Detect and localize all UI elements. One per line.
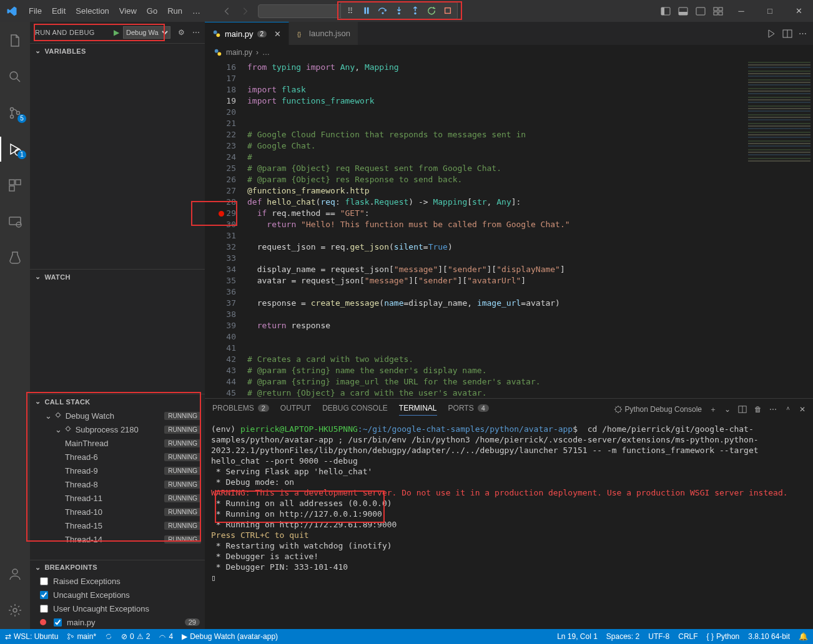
callstack-subprocess[interactable]: ⌄ Subprocess 2180RUNNING — [30, 422, 205, 436]
line-number[interactable]: 32 — [205, 242, 247, 253]
code-line[interactable]: # @param {string} image_url the URL for … — [247, 376, 744, 388]
code-line[interactable]: # — [247, 152, 744, 163]
more-icon[interactable]: ⋯ — [799, 29, 807, 38]
line-number[interactable]: 27 — [205, 185, 247, 197]
line-number[interactable]: 30 — [205, 219, 247, 230]
code-line[interactable]: avatar = request_json["message"]["sender… — [247, 275, 744, 286]
status-branch[interactable]: main* — [67, 632, 96, 641]
window-close[interactable]: ✕ — [788, 6, 809, 16]
code-line[interactable]: response = create_message(name=display_n… — [247, 298, 744, 309]
debug-pause-icon[interactable] — [360, 4, 373, 17]
panel-tab-terminal[interactable]: TERMINAL — [399, 404, 437, 416]
line-number[interactable]: 38 — [205, 309, 247, 320]
callstack-thread[interactable]: Thread-11RUNNING — [30, 491, 205, 505]
status-python[interactable]: 3.8.10 64-bit — [748, 632, 790, 641]
menu-run[interactable]: Run — [162, 4, 187, 18]
debug-config-select[interactable]: Debug Wa — [123, 26, 170, 39]
line-number[interactable]: 23 — [205, 140, 247, 152]
code-line[interactable] — [247, 230, 744, 242]
breadcrumb[interactable]: main.py › … — [205, 46, 813, 59]
code-line[interactable] — [247, 331, 744, 343]
code-line[interactable]: if req.method == "GET": — [247, 208, 744, 219]
line-number[interactable]: 17 — [205, 73, 247, 84]
callstack-thread[interactable]: Thread-6RUNNING — [30, 450, 205, 464]
code-line[interactable]: # Creates a card with two widgets. — [247, 354, 744, 365]
code-line[interactable]: def hello_chat(req: flask.Request) -> Ma… — [247, 197, 744, 208]
code-line[interactable]: import flask — [247, 84, 744, 95]
callstack-thread[interactable]: Thread-8RUNNING — [30, 477, 205, 491]
debug-stop-icon[interactable] — [441, 4, 455, 17]
code-line[interactable]: return "Hello! This function must be cal… — [247, 219, 744, 230]
line-number[interactable]: 44 — [205, 376, 247, 388]
code-line[interactable]: from typing import Any, Mapping — [247, 62, 744, 73]
status-sync[interactable] — [105, 633, 112, 640]
status-remote[interactable]: ⇄WSL: Ubuntu — [5, 632, 58, 641]
code-line[interactable] — [247, 107, 744, 118]
status-lang[interactable]: { }Python — [707, 632, 740, 641]
split-editor-icon[interactable] — [782, 29, 792, 39]
activity-scm[interactable]: 5 — [0, 100, 30, 125]
status-debug[interactable]: ▶Debug Watch (avatar-app) — [182, 632, 278, 641]
close-icon[interactable]: ✕ — [274, 29, 281, 39]
breakpoint-row[interactable]: Raised Exceptions — [30, 574, 205, 588]
breakpoint-row[interactable]: main.py29 — [30, 615, 205, 629]
activity-search[interactable] — [0, 64, 30, 89]
activity-run-debug[interactable]: 1 — [0, 137, 30, 162]
menu-go[interactable]: Go — [142, 4, 162, 18]
more-icon[interactable]: ⋯ — [192, 28, 200, 37]
window-minimize[interactable]: ─ — [731, 6, 752, 16]
debug-step-out-icon[interactable] — [408, 4, 422, 17]
activity-explorer[interactable] — [0, 28, 30, 53]
status-bell[interactable]: 🔔 — [799, 632, 808, 641]
layout-left-icon[interactable] — [661, 6, 671, 16]
panel-tab-output[interactable]: OUTPUT — [280, 404, 311, 415]
menu-edit[interactable]: Edit — [47, 4, 71, 18]
activity-testing[interactable] — [0, 245, 30, 270]
breakpoint-checkbox[interactable] — [40, 577, 48, 585]
window-maximize[interactable]: □ — [759, 6, 781, 16]
line-number[interactable]: 20 — [205, 107, 247, 118]
line-number[interactable]: 42 — [205, 354, 247, 365]
callstack-root[interactable]: ⌄ Debug WatchRUNNING — [30, 409, 205, 422]
line-number[interactable]: 40 — [205, 331, 247, 343]
line-number[interactable]: 45 — [205, 388, 247, 398]
debug-drag-handle-icon[interactable]: ⠿ — [343, 4, 357, 17]
panel-tab-debugconsole[interactable]: DEBUG CONSOLE — [322, 404, 388, 415]
section-watch-header[interactable]: ⌄WATCH — [30, 270, 205, 284]
code-line[interactable] — [247, 286, 744, 298]
breakpoint-row[interactable]: Uncaught Exceptions — [30, 588, 205, 602]
line-number[interactable]: 22 — [205, 129, 247, 140]
code-line[interactable]: # @param {Object} res Response to send b… — [247, 174, 744, 185]
line-number[interactable]: 29 — [205, 208, 247, 219]
line-number[interactable]: 26 — [205, 174, 247, 185]
line-number[interactable]: 39 — [205, 320, 247, 331]
line-number[interactable]: 36 — [205, 286, 247, 298]
panel-more-icon[interactable]: ⋯ — [769, 405, 777, 414]
activity-extensions[interactable] — [0, 173, 30, 198]
code-line[interactable] — [247, 73, 744, 84]
code-line[interactable]: @functions_framework.http — [247, 185, 744, 197]
activity-account[interactable] — [0, 562, 30, 587]
debug-step-over-icon[interactable] — [376, 4, 390, 17]
menu-file[interactable]: File — [24, 4, 47, 18]
tab-launch.json[interactable]: {}launch.json — [289, 22, 358, 45]
run-icon[interactable] — [766, 29, 776, 39]
code-line[interactable]: # @param {string} name the sender's disp… — [247, 365, 744, 376]
status-encoding[interactable]: UTF-8 — [648, 632, 669, 641]
activity-remote[interactable] — [0, 209, 30, 234]
line-number[interactable]: 19 — [205, 95, 247, 107]
breakpoint-checkbox[interactable] — [40, 605, 48, 613]
layout-customize-icon[interactable] — [713, 6, 723, 16]
line-number[interactable]: 41 — [205, 343, 247, 354]
line-number[interactable]: 35 — [205, 275, 247, 286]
line-number[interactable]: 33 — [205, 253, 247, 264]
line-number[interactable]: 34 — [205, 264, 247, 275]
menu-…[interactable]: … — [187, 4, 205, 18]
code-line[interactable]: # @return {Object} a card with the user'… — [247, 388, 744, 398]
code-line[interactable] — [247, 118, 744, 129]
panel-tab-problems[interactable]: PROBLEMS2 — [212, 404, 269, 415]
breakpoint-row[interactable]: User Uncaught Exceptions — [30, 602, 205, 615]
debug-start-icon[interactable]: ▶ — [114, 28, 119, 37]
minimap[interactable] — [744, 59, 813, 398]
panel-tab-ports[interactable]: PORTS4 — [448, 404, 489, 415]
